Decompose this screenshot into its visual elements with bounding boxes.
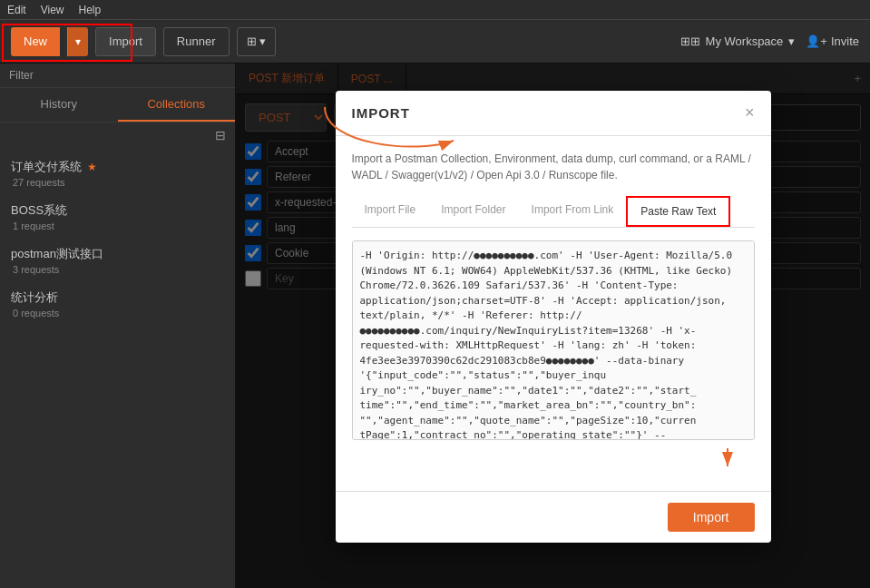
menu-help[interactable]: Help <box>78 4 101 16</box>
import-tab-link[interactable]: Import From Link <box>519 196 627 227</box>
sidebar-item-name-3: 统计分析 <box>11 289 58 306</box>
sidebar-item-title-1: BOSS系统 <box>11 202 224 219</box>
modal-footer: Import <box>336 491 771 543</box>
invite-button[interactable]: 👤+ Invite <box>806 34 859 48</box>
sidebar-item-sub-1: 1 request <box>11 220 224 231</box>
sidebar-tabs: History Collections <box>0 88 235 122</box>
arrow-down-container <box>352 443 755 476</box>
import-modal: IMPORT × Import a Postman Collection, En… <box>336 91 771 543</box>
import-button[interactable]: Import <box>95 27 156 56</box>
modal-header: IMPORT × <box>336 91 771 136</box>
main-layout: Filter History Collections ⊟ 订单交付系统 ★ 27… <box>0 64 870 588</box>
sidebar-item-0[interactable]: 订单交付系统 ★ 27 requests <box>0 152 235 195</box>
sidebar-item-title-2: postman测试接口 <box>11 246 224 262</box>
sidebar-item-sub-2: 3 requests <box>11 264 224 275</box>
sidebar-items: 订单交付系统 ★ 27 requests BOSS系统 1 request po… <box>0 148 235 588</box>
new-dropdown-button[interactable]: ▾ <box>67 27 88 56</box>
modal-title: IMPORT <box>352 105 410 121</box>
sidebar-item-3[interactable]: 统计分析 0 requests <box>0 282 235 326</box>
import-tab-file[interactable]: Import File <box>352 196 429 227</box>
import-tabs: Import File Import Folder Import From Li… <box>352 196 755 228</box>
import-tab-folder[interactable]: Import Folder <box>428 196 518 227</box>
content-area: POST 新增订单 POST ... + POST GET <box>236 64 870 588</box>
toolbar-right: ⊞⊞ My Workspace ▾ 👤+ Invite <box>680 34 859 48</box>
sidebar-tab-collections[interactable]: Collections <box>118 88 236 122</box>
modal-import-button[interactable]: Import <box>668 503 755 532</box>
menu-view[interactable]: View <box>41 4 64 16</box>
sidebar-item-2[interactable]: postman测试接口 3 requests <box>0 239 235 282</box>
modal-close-button[interactable]: × <box>745 103 755 122</box>
paste-raw-text-area[interactable]: -H 'Origin: http://●●●●●●●●●●.com' -H 'U… <box>352 240 755 440</box>
sidebar-item-name-0: 订单交付系统 <box>11 159 82 175</box>
sidebar-item-sub-3: 0 requests <box>11 308 224 318</box>
menu-edit[interactable]: Edit <box>7 4 26 16</box>
sidebar-actions: ⊟ <box>0 122 235 148</box>
workspace-label: My Workspace <box>706 34 784 48</box>
invite-icon: 👤+ <box>806 34 827 48</box>
modal-overlay: IMPORT × Import a Postman Collection, En… <box>236 64 870 588</box>
sidebar: Filter History Collections ⊟ 订单交付系统 ★ 27… <box>0 64 236 588</box>
new-button[interactable]: New <box>11 27 60 56</box>
sidebar-filter-label: Filter <box>0 64 235 88</box>
sidebar-item-title-0: 订单交付系统 ★ <box>11 159 224 175</box>
import-tab-paste[interactable]: Paste Raw Text <box>626 196 730 227</box>
workspace-dropdown-icon: ▾ <box>788 34 795 48</box>
sidebar-item-name-1: BOSS系统 <box>11 202 67 219</box>
workspace-icon: ⊞⊞ <box>680 34 700 48</box>
sidebar-item-sub-0: 27 requests <box>11 177 224 188</box>
star-icon-0: ★ <box>87 161 97 173</box>
down-arrow-icon <box>700 446 755 474</box>
modal-body: Import a Postman Collection, Environment… <box>336 136 771 491</box>
invite-label: Invite <box>831 34 859 48</box>
extra-button[interactable]: ⊞ ▾ <box>237 27 277 56</box>
toolbar: New ▾ Import Runner ⊞ ▾ ⊞⊞ My Workspace … <box>0 20 870 64</box>
sidebar-action-icon[interactable]: ⊟ <box>215 128 226 142</box>
workspace-button[interactable]: ⊞⊞ My Workspace ▾ <box>680 34 796 48</box>
modal-description: Import a Postman Collection, Environment… <box>352 151 755 183</box>
sidebar-item-title-3: 统计分析 <box>11 289 224 306</box>
sidebar-tab-history[interactable]: History <box>0 88 118 122</box>
sidebar-item-name-2: postman测试接口 <box>11 246 103 262</box>
sidebar-item-1[interactable]: BOSS系统 1 request <box>0 195 235 239</box>
runner-button[interactable]: Runner <box>163 27 230 56</box>
menu-bar: Edit View Help <box>0 0 870 20</box>
